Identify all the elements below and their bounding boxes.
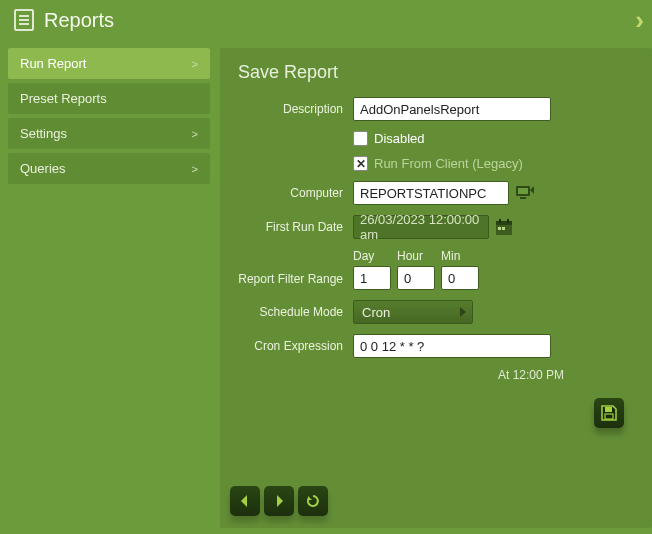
disk-save-icon — [600, 404, 618, 422]
col-day: Day — [353, 249, 391, 290]
save-report-panel: Save Report Description Disabled Run Fro… — [220, 48, 652, 528]
refresh-icon — [305, 493, 321, 509]
save-button[interactable] — [594, 398, 624, 428]
label-day: Day — [353, 249, 391, 263]
day-input[interactable] — [353, 266, 391, 290]
svg-rect-7 — [499, 219, 501, 223]
row-computer: Computer — [238, 181, 634, 205]
label-run-from-client: Run From Client (Legacy) — [374, 156, 523, 171]
svg-rect-5 — [498, 227, 501, 230]
sidebar: Run Report > Preset Reports Settings > Q… — [8, 48, 210, 528]
schedule-mode-select[interactable]: Cron — [353, 300, 473, 324]
row-schedule-mode: Schedule Mode Cron — [238, 300, 634, 324]
svg-rect-2 — [520, 197, 526, 199]
row-cron-expression: Cron Expression — [238, 334, 634, 358]
svg-rect-8 — [507, 219, 509, 223]
description-input[interactable] — [353, 97, 551, 121]
row-filter-range: Report Filter Range Day Hour Min — [238, 249, 634, 290]
sidebar-item-label: Preset Reports — [20, 91, 107, 106]
label-description: Description — [238, 102, 353, 116]
sidebar-item-label: Queries — [20, 161, 66, 176]
label-min: Min — [441, 249, 479, 263]
page-header: Reports › — [0, 0, 652, 40]
refresh-button[interactable] — [298, 486, 328, 516]
arrow-left-icon — [237, 493, 253, 509]
cron-expression-input[interactable] — [353, 334, 551, 358]
page-title: Reports — [44, 9, 114, 32]
hour-input[interactable] — [397, 266, 435, 290]
sidebar-item-queries[interactable]: Queries > — [8, 153, 210, 184]
run-from-client-checkbox[interactable] — [353, 156, 368, 171]
chevron-right-icon: > — [192, 163, 198, 175]
label-first-run-date: First Run Date — [238, 220, 353, 234]
row-first-run-date: First Run Date 26/03/2023 12:00:00 am — [238, 215, 634, 239]
svg-rect-6 — [502, 227, 505, 230]
row-description: Description — [238, 97, 634, 121]
schedule-mode-value: Cron — [362, 305, 390, 320]
sidebar-item-label: Settings — [20, 126, 67, 141]
min-input[interactable] — [441, 266, 479, 290]
dropdown-arrow-icon — [460, 307, 466, 317]
next-button[interactable] — [264, 486, 294, 516]
cron-note: At 12:00 PM — [238, 368, 634, 382]
svg-rect-9 — [605, 407, 612, 412]
label-schedule-mode: Schedule Mode — [238, 305, 353, 319]
panel-title: Save Report — [238, 62, 634, 83]
arrow-right-icon — [271, 493, 287, 509]
computer-input[interactable] — [353, 181, 509, 205]
sidebar-item-run-report[interactable]: Run Report > — [8, 48, 210, 79]
label-cron-expression: Cron Expression — [238, 339, 353, 353]
label-report-filter-range: Report Filter Range — [238, 272, 353, 290]
label-computer: Computer — [238, 186, 353, 200]
first-run-date-display: 26/03/2023 12:00:00 am — [353, 215, 489, 239]
row-run-from-client: Run From Client (Legacy) — [238, 156, 634, 171]
svg-rect-1 — [518, 188, 528, 194]
label-hour: Hour — [397, 249, 435, 263]
close-icon[interactable]: › — [635, 7, 644, 33]
svg-rect-4 — [496, 221, 512, 225]
browse-computer-icon[interactable] — [515, 184, 535, 202]
chevron-right-icon: > — [192, 128, 198, 140]
report-doc-icon — [14, 9, 34, 31]
wizard-nav — [230, 486, 328, 516]
col-hour: Hour — [397, 249, 435, 290]
chevron-right-icon: > — [192, 58, 198, 70]
calendar-icon[interactable] — [495, 218, 513, 236]
label-disabled: Disabled — [374, 131, 425, 146]
col-min: Min — [441, 249, 479, 290]
prev-button[interactable] — [230, 486, 260, 516]
disabled-checkbox[interactable] — [353, 131, 368, 146]
row-disabled: Disabled — [238, 131, 634, 146]
sidebar-item-settings[interactable]: Settings > — [8, 118, 210, 149]
sidebar-item-preset-reports[interactable]: Preset Reports — [8, 83, 210, 114]
main-layout: Run Report > Preset Reports Settings > Q… — [0, 40, 652, 534]
sidebar-item-label: Run Report — [20, 56, 86, 71]
